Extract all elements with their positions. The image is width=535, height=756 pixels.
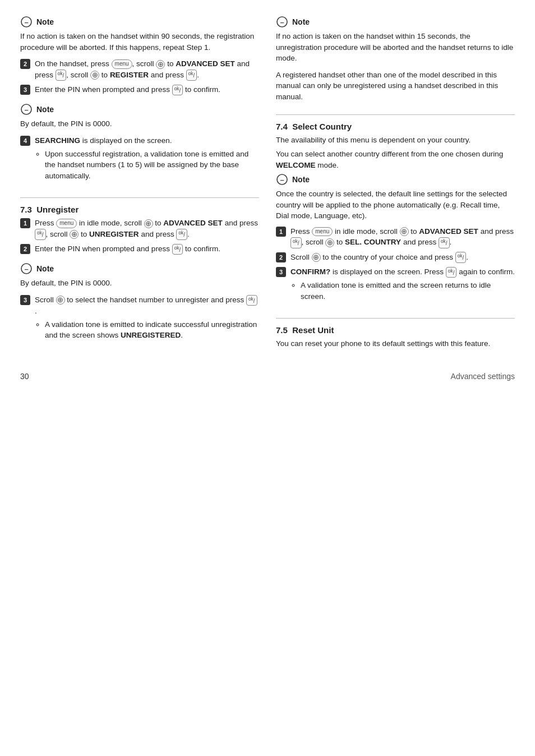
steps-list-main: 2 On the handset, press menu, scroll to …: [20, 58, 259, 99]
note-text-r2: Once the country is selected, the defaul…: [276, 188, 515, 222]
ok-btn-73-1: ok/: [35, 229, 46, 240]
step-content-74-2: Scroll to the country of your choice and…: [290, 252, 515, 263]
scroll-icon-1: [156, 60, 165, 69]
scroll-icon-73-3: [56, 296, 65, 305]
step-content-73-2: Enter the PIN when prompted and press ok…: [35, 243, 259, 255]
bullet-item-4-1: Upon successful registration, a validati…: [45, 149, 259, 182]
step-item-74-2: 2 Scroll to the country of your choice a…: [276, 252, 515, 263]
bullet-list-4: Upon successful registration, a validati…: [45, 149, 259, 182]
s74-intro1: The availability of this menu is depende…: [276, 135, 515, 146]
note-box-r1: – Note If no action is taken on the hand…: [276, 16, 515, 102]
ok-btn-74-4: ok/: [446, 267, 457, 278]
section-75-title: 7.5 Reset Unit: [276, 325, 515, 335]
step-num-73-3: 3: [20, 295, 30, 305]
step-num-74-2: 2: [276, 252, 286, 262]
note-text-1: If no action is taken on the handset wit…: [20, 31, 259, 53]
bullet-list-74-3: A validation tone is emitted and the scr…: [301, 280, 515, 302]
step-item-73-1: 1 Press menu in idle mode, scroll to ADV…: [20, 218, 259, 240]
page-footer: 30 Advanced settings: [20, 367, 515, 381]
note-header-r2: – Note: [276, 173, 515, 186]
note-text-2: By default, the PIN is 0000.: [20, 118, 259, 130]
note-title-r1: Note: [292, 17, 310, 26]
ok-btn-73-3: ok/: [172, 244, 183, 255]
ok-btn-74-3: ok/: [455, 252, 467, 263]
step-item-73-3: 3 Scroll to select the handset number to…: [20, 294, 259, 343]
note-text-r1: If no action is taken on the handset wit…: [276, 31, 515, 64]
step-item-2: 2 On the handset, press menu, scroll to …: [20, 58, 259, 81]
note-box-1: – Note If no action is taken on the hand…: [20, 16, 259, 53]
step-num-73-2: 2: [20, 244, 30, 254]
ok-btn-73-4: ok/: [246, 295, 257, 306]
ok-btn-2: ok/: [186, 70, 197, 81]
step-item-74-3: 3 CONFIRM? is displayed on the screen. P…: [276, 266, 515, 303]
note-icon-3: –: [20, 262, 33, 275]
svg-text:–: –: [280, 176, 284, 184]
step-content-3: Enter the PIN when prompted and press ok…: [35, 84, 259, 95]
note-box-3: – Note By default, the PIN is 0000.: [20, 262, 259, 289]
ok-btn-74-2: ok/: [439, 237, 450, 248]
bullet-list-73-3: A validation tone is emitted to indicate…: [45, 319, 259, 341]
step-content-4: SEARCHING is displayed on the screen. Up…: [35, 135, 259, 183]
scroll-icon-74-3: [312, 253, 321, 262]
section-73-title: 7.3 Unregister: [20, 205, 259, 214]
step-content-73-1: Press menu in idle mode, scroll to ADVAN…: [35, 218, 259, 240]
menu-btn-74-1: menu: [312, 227, 333, 237]
s75-text: You can reset your phone to its default …: [276, 338, 515, 349]
svg-text:–: –: [24, 265, 28, 273]
scroll-icon-73-1: [144, 219, 153, 228]
note-header-1: – Note: [20, 16, 259, 28]
step-num-3: 3: [20, 85, 30, 95]
scroll-icon-74-1: [400, 227, 409, 236]
note-icon-r2: –: [276, 173, 288, 186]
steps-list-73: 1 Press menu in idle mode, scroll to ADV…: [20, 218, 259, 258]
bullet-item-73-3-1: A validation tone is emitted to indicate…: [45, 319, 259, 341]
svg-text:–: –: [280, 18, 284, 26]
steps-list-73b: 3 Scroll to select the handset number to…: [20, 294, 259, 346]
bullet-item-74-3-1: A validation tone is emitted and the scr…: [301, 280, 515, 302]
col-left: – Note If no action is taken on the hand…: [20, 16, 259, 351]
note-box-r2: – Note Once the country is selected, the…: [276, 173, 515, 222]
step-content-74-1: Press menu in idle mode, scroll to ADVAN…: [290, 226, 515, 248]
note-title-2: Note: [36, 105, 54, 114]
ok-btn-1: ok/: [56, 70, 67, 81]
step-num-4: 4: [20, 136, 30, 146]
step-item-3: 3 Enter the PIN when prompted and press …: [20, 84, 259, 95]
page-layout: – Note If no action is taken on the hand…: [20, 16, 515, 351]
step-num-74-1: 1: [276, 227, 286, 237]
note-header-2: – Note: [20, 103, 259, 116]
scroll-icon-74-2: [325, 238, 334, 247]
footer-section-name: Advanced settings: [451, 372, 515, 381]
divider-74: [276, 114, 515, 115]
note-header-3: – Note: [20, 262, 259, 275]
note-icon-1: –: [20, 16, 33, 28]
ok-btn-3: ok/: [172, 85, 183, 96]
note-icon-2: –: [20, 103, 33, 116]
note-box-2: – Note By default, the PIN is 0000.: [20, 103, 259, 130]
col-right: – Note If no action is taken on the hand…: [276, 16, 515, 351]
step-content-74-3: CONFIRM? is displayed on the screen. Pre…: [290, 266, 515, 303]
note-header-r1: – Note: [276, 16, 515, 28]
scroll-icon-2: [90, 71, 99, 80]
note-title-r2: Note: [292, 175, 310, 184]
menu-btn-1: menu: [112, 59, 132, 69]
step-num-73-1: 1: [20, 218, 30, 228]
ok-btn-73-2: ok/: [176, 229, 187, 240]
s74-intro2: You can select another country different…: [276, 149, 515, 170]
ok-btn-74-1: ok/: [290, 237, 302, 248]
steps-list-74: 1 Press menu in idle mode, scroll to ADV…: [276, 226, 515, 307]
step-item-74-1: 1 Press menu in idle mode, scroll to ADV…: [276, 226, 515, 248]
scroll-icon-73-2: [70, 230, 79, 239]
note-text-3: By default, the PIN is 0000.: [20, 278, 259, 289]
svg-text:–: –: [24, 18, 28, 26]
page-number: 30: [20, 372, 29, 381]
divider-75: [276, 318, 515, 319]
steps-list-4: 4 SEARCHING is displayed on the screen. …: [20, 135, 259, 186]
note-icon-r1: –: [276, 16, 288, 28]
divider-73: [20, 197, 259, 198]
note-title-1: Note: [36, 17, 54, 26]
section-74-title: 7.4 Select Country: [276, 122, 515, 131]
step-item-4: 4 SEARCHING is displayed on the screen. …: [20, 135, 259, 183]
note-title-3: Note: [36, 264, 54, 273]
note-text-r1b: A registered handset other than one of t…: [276, 70, 515, 103]
step-num-2: 2: [20, 59, 30, 69]
